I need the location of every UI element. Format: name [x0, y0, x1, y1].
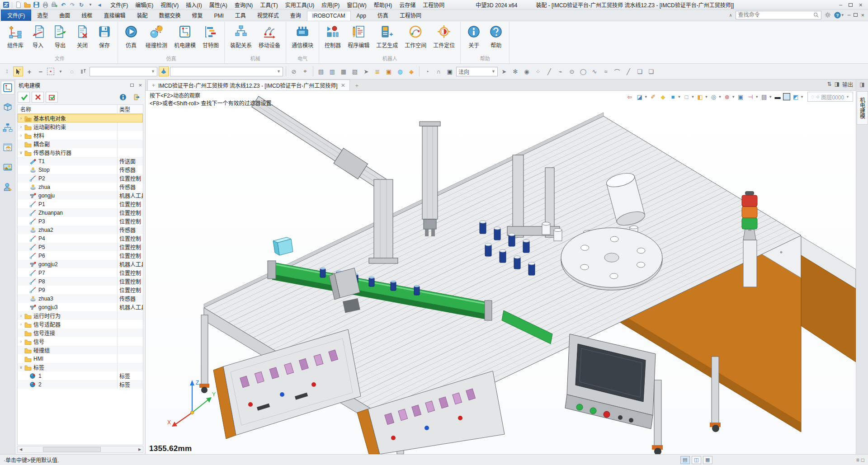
pick-mode-dropdown[interactable]: 法向▼	[456, 67, 498, 76]
status-filter-icon[interactable]: ≡	[856, 457, 859, 463]
datum-icon[interactable]: ◆	[659, 92, 668, 102]
ribbon-tab-5[interactable]: 装配	[131, 9, 153, 21]
mobile-device-button[interactable]: 移动设备	[255, 23, 283, 51]
panel-restore-icon[interactable]	[130, 82, 134, 89]
ribbon-tab-15[interactable]: 工程协同	[394, 9, 427, 21]
user-manager-icon[interactable]	[1, 180, 14, 194]
export-button[interactable]: 导出	[49, 23, 71, 51]
tree-row-耦合副[interactable]: 耦合副	[18, 140, 143, 148]
remove-select-icon[interactable]: −	[36, 66, 46, 76]
status-extra-icon[interactable]: □	[861, 457, 864, 463]
link-toggle-icon[interactable]: ⊘	[289, 66, 299, 76]
expander-icon[interactable]: ›	[18, 114, 24, 122]
exit-view-icon[interactable]: ⇦	[625, 92, 634, 102]
export-panel-icon[interactable]	[131, 92, 143, 103]
ribbon-tab-8[interactable]: PMI	[208, 11, 229, 21]
color-manager-icon[interactable]: ▣	[384, 66, 394, 76]
menu-item-7[interactable]: 实用工具(U)	[282, 0, 318, 9]
controller-button[interactable]: 控制器	[321, 23, 344, 51]
tree-row-gongju3[interactable]: gongju3机器人工具	[18, 303, 143, 311]
ribbon-tab-6[interactable]: 数据交换	[153, 9, 186, 21]
tree-row-1[interactable]: 1标签	[18, 371, 143, 380]
gantt-button[interactable]: 甘特图	[199, 23, 222, 51]
tree-row-信号[interactable]: ›信号	[18, 337, 143, 346]
process-gen-button[interactable]: 工艺生成	[373, 23, 401, 51]
face-pick-icon[interactable]: ▣	[445, 66, 455, 76]
render-mode-icon[interactable]: ▤	[760, 92, 769, 102]
ucs-icon[interactable]	[159, 66, 169, 76]
menu-item-9[interactable]: 窗口(W)	[343, 0, 370, 9]
info-icon[interactable]	[117, 92, 129, 103]
tree-row-运行时行为[interactable]: ›运行时行为	[18, 311, 143, 320]
tree-row-碰撞组[interactable]: 碰撞组	[18, 346, 143, 354]
pick-part-icon[interactable]: ▤	[316, 66, 326, 76]
tree-row-基本机电对象[interactable]: ›基本机电对象	[18, 114, 143, 122]
tree-row-gongju2[interactable]: gongju2机器人工具	[18, 260, 143, 268]
doc-minimize-button[interactable]: –	[848, 12, 851, 18]
snap-toggle-icon[interactable]: ▦	[703, 456, 712, 464]
tree-row-信号连接[interactable]: 信号连接	[18, 329, 143, 337]
shaded-cube-icon[interactable]: ■	[669, 92, 678, 102]
collapse-ribbon-icon[interactable]: ∧	[729, 13, 732, 18]
snap-midplane-icon[interactable]: ❏	[635, 66, 645, 76]
collision-check-button[interactable]: 碰撞检测	[142, 23, 170, 51]
menu-item-3[interactable]: 插入(I)	[182, 0, 205, 9]
tree-row-P8[interactable]: P8位置控制	[18, 277, 143, 286]
import-button[interactable]: 导入	[27, 23, 49, 51]
tree-row-zhua3[interactable]: zhua3传感器	[18, 294, 143, 303]
ribbon-tab-13[interactable]: App	[351, 11, 372, 21]
tree-row-传感器与执行器[interactable]: ∨传感器与执行器	[18, 148, 143, 157]
viewport[interactable]: Z X Y 按下<F2>动态的观察 <F8>或者<Shift-roll> 查找下…	[146, 91, 856, 454]
assembly-relation-button[interactable]: 装配关系	[227, 23, 255, 51]
snap-gear-icon[interactable]: ✻	[510, 66, 520, 76]
scroll-thumb[interactable]	[43, 447, 101, 452]
menu-item-1[interactable]: 编辑(E)	[132, 0, 157, 9]
program-edit-button[interactable]: 程序编辑	[344, 23, 373, 51]
tree-row-材料[interactable]: ›材料	[18, 131, 143, 140]
snap-play-icon[interactable]: ◉	[522, 66, 532, 76]
3d-machine-scene[interactable]: Z X Y	[146, 91, 856, 454]
tree-row-Stop[interactable]: Stop传感器	[18, 165, 143, 174]
ribbon-tab-3[interactable]: 线框	[76, 9, 98, 21]
pick-face-icon[interactable]: ▦	[339, 66, 349, 76]
wireframe-cube-icon[interactable]: □	[682, 92, 691, 102]
pick-cursor-icon[interactable]: ➤	[361, 66, 371, 76]
command-search[interactable]	[736, 11, 821, 19]
menu-item-11[interactable]: 云存储	[396, 0, 419, 9]
redo-icon[interactable]: ↷	[68, 1, 76, 9]
menu-item-4[interactable]: 属性(A)	[206, 0, 231, 9]
print-icon[interactable]	[41, 1, 49, 9]
structure-manager-icon[interactable]	[1, 121, 14, 134]
layer-dropdown[interactable]: ◌ ○ 图层0000 ▼	[807, 92, 853, 102]
ribbon-tab-2[interactable]: 曲面	[54, 9, 75, 21]
comm-module-button[interactable]: 通信模块	[288, 23, 316, 51]
snap-solid-icon[interactable]: ❏	[646, 66, 656, 76]
add-select-icon[interactable]: +	[24, 66, 34, 76]
ribbon-tab-7[interactable]: 修复	[186, 9, 208, 21]
tree-row-T1[interactable]: T1传送面	[18, 157, 143, 165]
color-swatch-icon[interactable]	[783, 93, 790, 100]
toolbar-grip[interactable]: ⁞⁞	[2, 66, 12, 76]
snap-spline-icon[interactable]: ∿	[590, 66, 599, 76]
menu-item-10[interactable]: 帮助(H)	[370, 0, 396, 9]
ribbon-tab-12[interactable]: IROBOTCAM	[307, 11, 351, 21]
pick-edge-icon[interactable]: ▧	[350, 66, 360, 76]
regen-icon[interactable]: ↻	[77, 1, 85, 9]
tree-row-2[interactable]: 2标签	[18, 380, 143, 389]
confirm-button[interactable]	[18, 92, 30, 103]
column-name[interactable]: 名称	[18, 105, 117, 113]
snap-line-icon[interactable]: ╱	[544, 66, 554, 76]
new-tab-button[interactable]: +	[350, 81, 364, 90]
snap-cursor-icon[interactable]: ➤	[499, 66, 509, 76]
expander-icon[interactable]: ∨	[18, 363, 24, 371]
output-label[interactable]: 输出	[842, 80, 853, 88]
ribbon-tab-1[interactable]: 造型	[32, 9, 53, 21]
snap-tangent-icon[interactable]: ╱	[623, 66, 633, 76]
tree-row-P2[interactable]: P2位置控制	[18, 174, 143, 183]
ribbon-tab-10[interactable]: 视觉样式	[252, 9, 284, 21]
filter-dropdown[interactable]: ▼	[90, 67, 157, 76]
dock-arrange-icon[interactable]: ⇅	[827, 81, 832, 87]
menu-item-6[interactable]: 工具(T)	[256, 0, 281, 9]
search-input[interactable]	[738, 12, 811, 18]
snap-center-icon[interactable]: ⊙	[567, 66, 577, 76]
